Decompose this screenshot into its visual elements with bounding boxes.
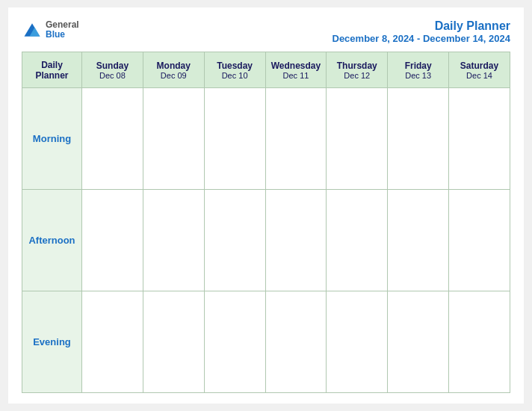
cell-afternoon-sun[interactable] <box>82 190 143 291</box>
calendar-table: Daily Planner Sunday Dec 08 Monday Dec 0… <box>22 52 510 393</box>
cell-evening-mon[interactable] <box>143 291 204 393</box>
row-morning: Morning <box>22 88 510 190</box>
row-label-morning: Morning <box>22 88 82 190</box>
cell-afternoon-fri[interactable] <box>388 190 449 291</box>
cell-evening-thu[interactable] <box>327 291 388 393</box>
col-header-wed: Wednesday Dec 11 <box>265 52 327 88</box>
cell-afternoon-thu[interactable] <box>327 190 388 291</box>
col-header-thu: Thursday Dec 12 <box>327 52 388 88</box>
cell-evening-sat[interactable] <box>449 291 510 393</box>
cell-morning-thu[interactable] <box>327 88 388 190</box>
col-header-daily-planner: Daily Planner <box>22 52 82 88</box>
general-blue-logo-icon <box>22 19 43 40</box>
cell-morning-sat[interactable] <box>449 88 510 190</box>
col-header-mon: Monday Dec 09 <box>143 52 204 88</box>
row-label-afternoon: Afternoon <box>22 190 82 291</box>
cell-morning-tue[interactable] <box>204 88 265 190</box>
cell-evening-sun[interactable] <box>82 291 143 393</box>
cell-morning-mon[interactable] <box>143 88 204 190</box>
cell-evening-tue[interactable] <box>204 291 265 393</box>
row-evening: Evening <box>22 291 510 393</box>
row-afternoon: Afternoon <box>22 190 510 291</box>
col-header-sun: Sunday Dec 08 <box>82 52 143 88</box>
col-header-fri: Friday Dec 13 <box>388 52 449 88</box>
cell-afternoon-mon[interactable] <box>143 190 204 291</box>
planner-title: Daily Planner <box>332 19 511 33</box>
header: General Blue Daily Planner December 8, 2… <box>22 19 510 44</box>
logo-text: General Blue <box>46 20 79 40</box>
cell-evening-fri[interactable] <box>388 291 449 393</box>
col-header-sat: Saturday Dec 14 <box>449 52 510 88</box>
cell-morning-sun[interactable] <box>82 88 143 190</box>
row-label-evening: Evening <box>22 291 82 393</box>
cell-afternoon-tue[interactable] <box>204 190 265 291</box>
cell-afternoon-sat[interactable] <box>449 190 510 291</box>
title-area: Daily Planner December 8, 2024 - Decembe… <box>332 19 511 44</box>
logo-blue: Blue <box>46 30 79 40</box>
column-headers-row: Daily Planner Sunday Dec 08 Monday Dec 0… <box>22 52 510 88</box>
page: General Blue Daily Planner December 8, 2… <box>8 7 524 404</box>
planner-date-range: December 8, 2024 - December 14, 2024 <box>332 33 511 44</box>
cell-evening-wed[interactable] <box>265 291 327 393</box>
col-header-tue: Tuesday Dec 10 <box>204 52 265 88</box>
cell-morning-wed[interactable] <box>265 88 327 190</box>
cell-morning-fri[interactable] <box>388 88 449 190</box>
cell-afternoon-wed[interactable] <box>265 190 327 291</box>
logo-area: General Blue <box>22 19 79 40</box>
